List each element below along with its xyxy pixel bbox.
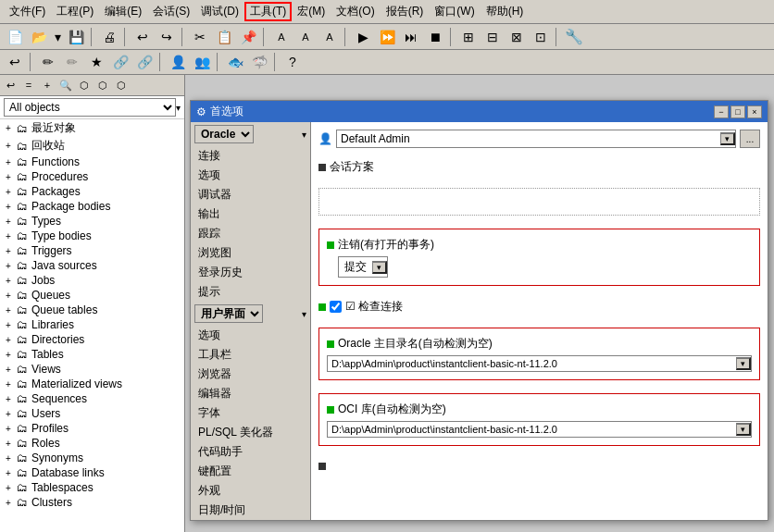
nav-refresh-btn[interactable]: ⬡ <box>113 77 130 93</box>
commit-dropdown-btn[interactable]: ▾ <box>372 261 387 274</box>
run2-btn[interactable]: ⏩ <box>376 27 398 47</box>
expand-db-links[interactable]: + <box>2 468 15 478</box>
undo-btn[interactable]: ↩ <box>131 27 154 47</box>
oci-lib-input[interactable] <box>328 422 736 437</box>
expand-recent[interactable]: + <box>2 123 15 133</box>
tree-item-clusters[interactable]: + 🗂 Clusters <box>0 495 184 510</box>
nav-options[interactable]: 选项 <box>191 166 310 185</box>
menu-tools[interactable]: 工具(T) <box>244 2 292 21</box>
run3-btn[interactable]: ⏭ <box>400 27 422 47</box>
menu-report[interactable]: 报告(R) <box>381 2 430 21</box>
fish-btn[interactable]: 🐟 <box>224 52 246 72</box>
menu-session[interactable]: 会话(S) <box>147 2 195 21</box>
nav-code-assistant[interactable]: 代码助手 <box>191 442 310 462</box>
copy-btn[interactable]: 📋 <box>213 27 235 47</box>
nav-editor[interactable]: 编辑器 <box>191 384 310 403</box>
redo-btn[interactable]: ↪ <box>156 27 178 47</box>
nav-connect[interactable]: 连接 <box>191 146 310 166</box>
save-btn[interactable]: 💾 <box>65 27 87 47</box>
minimize-btn[interactable]: − <box>714 105 729 118</box>
nav-trace[interactable]: 跟踪 <box>191 224 310 243</box>
edit2-btn[interactable]: ✏ <box>37 52 59 72</box>
grid-btn[interactable]: ⊞ <box>457 27 480 47</box>
menu-macro[interactable]: 宏(M) <box>292 2 331 21</box>
expand-functions[interactable]: + <box>2 157 15 167</box>
menu-project[interactable]: 工程(P) <box>51 2 99 21</box>
profile-input[interactable] <box>337 130 720 147</box>
expand-libraries[interactable]: + <box>2 320 15 330</box>
tree-item-types[interactable]: + 🗂 Types <box>0 214 184 229</box>
expand-tables[interactable]: + <box>2 350 15 360</box>
check-conn-checkbox[interactable] <box>330 301 342 313</box>
new-btn[interactable]: 📄 <box>4 27 26 47</box>
open-dropdown-btn[interactable]: ▾ <box>52 27 63 47</box>
tree-item-tablespaces[interactable]: + 🗂 Tablespaces <box>0 480 184 495</box>
expand-clusters[interactable]: + <box>2 498 15 508</box>
oracle-home-input[interactable] <box>328 356 736 371</box>
expand-procedures[interactable]: + <box>2 172 15 182</box>
tree-item-packages[interactable]: + 🗂 Packages <box>0 184 184 199</box>
link-btn[interactable]: 🔗 <box>109 52 131 72</box>
nav-search-btn[interactable]: 🔍 <box>57 77 74 93</box>
expand-tablespaces[interactable]: + <box>2 483 15 493</box>
person-btn[interactable]: 👤 <box>167 52 189 72</box>
object-type-select[interactable]: All objects <box>4 98 176 117</box>
link2-btn[interactable]: 🔗 <box>133 52 156 72</box>
tree-item-directories[interactable]: + 🗂 Directories <box>0 332 184 347</box>
nav-browser[interactable]: 浏览器 <box>191 365 310 384</box>
paste-btn[interactable]: 📌 <box>237 27 259 47</box>
nav-filter-btn[interactable]: ⬡ <box>76 77 93 93</box>
nav-browse[interactable]: 浏览图 <box>191 243 310 263</box>
format2-btn[interactable]: A <box>294 27 317 47</box>
nav-back-btn[interactable]: ↩ <box>2 77 19 93</box>
nav-login-history[interactable]: 登录历史 <box>191 263 310 282</box>
tree-item-java-sources[interactable]: + 🗂 Java sources <box>0 258 184 273</box>
stop-btn[interactable]: ⏹ <box>424 27 446 47</box>
tree-item-queue-tables[interactable]: + 🗂 Queue tables <box>0 303 184 317</box>
oracle-home-dropdown-btn[interactable]: ▾ <box>736 357 751 370</box>
tree-item-roles[interactable]: + 🗂 Roles <box>0 436 184 451</box>
expand-queue-tables[interactable]: + <box>2 305 15 315</box>
info-btn[interactable]: 🔧 <box>563 27 585 47</box>
oci-lib-dropdown-btn[interactable]: ▾ <box>736 423 751 436</box>
expand-recycle[interactable]: + <box>2 141 15 151</box>
open-btn[interactable]: 📂 <box>28 27 50 47</box>
format3-btn[interactable]: A <box>318 27 341 47</box>
tree-item-profiles[interactable]: + 🗂 Profiles <box>0 421 184 436</box>
expand-type-bodies[interactable]: + <box>2 231 15 241</box>
nav-appearance[interactable]: 外观 <box>191 481 310 501</box>
expand-jobs[interactable]: + <box>2 276 15 286</box>
tree-item-views[interactable]: + 🗂 Views <box>0 362 184 377</box>
expand-mat-views[interactable]: + <box>2 379 15 390</box>
nav-debugger[interactable]: 调试器 <box>191 185 310 204</box>
help-btn[interactable]: ? <box>281 52 304 72</box>
tree-item-tables[interactable]: + 🗂 Tables <box>0 347 184 362</box>
selector-arrow[interactable]: ▾ <box>176 103 181 113</box>
tree-item-recent[interactable]: + 🗂 最近对象 <box>0 119 184 137</box>
tree-item-recycle[interactable]: + 🗂 回收站 <box>0 137 184 155</box>
format-btn[interactable]: A <box>270 27 293 47</box>
nav-datetime[interactable]: 日期/时间 <box>191 501 310 520</box>
maximize-btn[interactable]: □ <box>730 105 745 118</box>
grid3-btn[interactable]: ⊠ <box>506 27 528 47</box>
menu-docs[interactable]: 文档(O) <box>331 2 380 21</box>
nav-eq-btn[interactable]: = <box>20 77 37 93</box>
tree-item-mat-views[interactable]: + 🗂 Materialized views <box>0 377 184 391</box>
expand-directories[interactable]: + <box>2 335 15 345</box>
expand-packages[interactable]: + <box>2 187 15 197</box>
nav-toolbar[interactable]: 工具栏 <box>191 345 310 365</box>
close-btn[interactable]: × <box>747 105 762 118</box>
nav-plus-btn[interactable]: + <box>39 77 56 93</box>
nav-ui-options[interactable]: 选项 <box>191 326 310 345</box>
edit3-btn[interactable]: ✏ <box>61 52 83 72</box>
expand-queues[interactable]: + <box>2 291 15 301</box>
oracle-select[interactable]: Oracle <box>194 125 254 143</box>
expand-types[interactable]: + <box>2 217 15 227</box>
menu-file[interactable]: 文件(F) <box>4 2 51 21</box>
tree-item-db-links[interactable]: + 🗂 Database links <box>0 465 184 480</box>
menu-help[interactable]: 帮助(H) <box>481 2 530 21</box>
tree-item-package-bodies[interactable]: + 🗂 Package bodies <box>0 199 184 214</box>
nav-key-config[interactable]: 键配置 <box>191 462 310 481</box>
ui-section-arrow[interactable]: ▾ <box>302 309 306 319</box>
menu-window[interactable]: 窗口(W) <box>429 2 480 21</box>
